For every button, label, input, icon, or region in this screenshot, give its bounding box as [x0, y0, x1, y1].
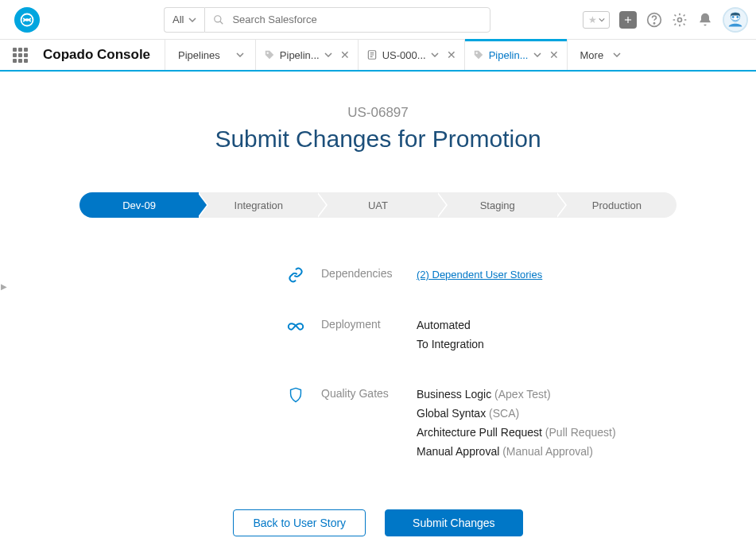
chevron-down-icon	[533, 52, 541, 57]
global-create-button[interactable]	[619, 11, 637, 29]
chevron-down-icon	[236, 52, 244, 57]
quality-gate-item: Architecture Pull Request (Pull Request)	[417, 424, 616, 443]
tab-overflow-more[interactable]: More	[567, 40, 634, 70]
tab-label: Pipelin...	[489, 49, 529, 61]
detail-quality-gates: Quality Gates Business Logic (Apex Test)…	[286, 385, 708, 461]
avatar-icon	[724, 9, 746, 31]
detail-deployment: Deployment Automated To Integration	[286, 316, 708, 354]
tab-bar: Copado Console Pipelines Pipelin... ✕ US…	[0, 40, 756, 72]
main-content: US-06897 Submit Changes for Promotion De…	[0, 73, 756, 538]
chevron-down-icon	[613, 52, 621, 57]
user-avatar[interactable]	[723, 7, 748, 33]
plus-icon	[622, 14, 634, 25]
quality-gate-item: Manual Approval (Manual Approval)	[417, 443, 616, 462]
detail-dependencies: Dependencies (2) Dependent User Stories	[286, 265, 708, 284]
svg-point-4	[678, 17, 682, 21]
path-step-integration[interactable]: Integration	[199, 192, 318, 218]
close-icon[interactable]: ✕	[447, 48, 456, 61]
svg-point-7	[732, 16, 735, 18]
workspace-tab[interactable]: US-000... ✕	[358, 40, 464, 70]
tag-icon	[264, 49, 275, 60]
tag-icon	[473, 49, 484, 60]
quality-gates-label: Quality Gates	[321, 385, 401, 400]
path-step-staging[interactable]: Staging	[438, 192, 557, 218]
path-step-uat[interactable]: UAT	[318, 192, 437, 218]
dependencies-link[interactable]: (2) Dependent User Stories	[417, 269, 542, 281]
path-step-production[interactable]: Production	[557, 192, 677, 218]
nav-item-pipelines[interactable]: Pipelines	[165, 40, 255, 70]
search-scope-select[interactable]: All	[164, 7, 204, 33]
close-icon[interactable]: ✕	[549, 48, 559, 61]
app-name-label: Copado Console	[40, 40, 165, 70]
app-launcher[interactable]	[0, 40, 40, 70]
search-input[interactable]	[232, 14, 482, 25]
search-icon	[213, 14, 224, 25]
question-icon	[646, 12, 662, 28]
quality-gate-item: Business Logic (Apex Test)	[417, 385, 616, 404]
deployment-label: Deployment	[321, 316, 401, 331]
star-icon: ★	[588, 14, 597, 25]
gear-icon	[672, 12, 688, 28]
svg-point-9	[266, 52, 268, 54]
global-search[interactable]	[204, 7, 490, 33]
search-scope-label: All	[173, 14, 184, 25]
nav-item-label: Pipelines	[178, 49, 220, 61]
svg-point-8	[736, 16, 739, 18]
workspace-tab[interactable]: Pipelin... ✕	[255, 40, 358, 70]
svg-point-11	[475, 52, 477, 54]
deployment-type: Automated	[417, 316, 484, 335]
bell-icon	[697, 12, 713, 28]
dependencies-label: Dependencies	[321, 265, 401, 280]
record-icon	[366, 49, 378, 60]
quality-gate-item: Global Syntax (SCA)	[417, 404, 616, 424]
app-logo	[14, 7, 40, 33]
favorites-button[interactable]: ★	[583, 11, 610, 29]
link-icon	[288, 267, 304, 283]
more-label: More	[580, 49, 604, 61]
close-icon[interactable]: ✕	[340, 48, 350, 61]
tab-label: Pipelin...	[280, 49, 320, 61]
tab-label: US-000...	[382, 49, 426, 61]
page-title: Submit Changes for Promotion	[48, 126, 708, 153]
workspace-tab-active[interactable]: Pipelin... ✕	[464, 40, 567, 70]
record-id: US-06897	[48, 105, 708, 121]
promotion-path: Dev-09 Integration UAT Staging Productio…	[79, 192, 677, 218]
waffle-icon	[13, 48, 28, 63]
setup-button[interactable]	[672, 12, 688, 28]
chevron-down-icon	[599, 17, 605, 22]
chevron-down-icon	[188, 17, 196, 22]
svg-point-3	[653, 22, 654, 23]
infinity-icon	[287, 318, 304, 335]
chevron-down-icon	[324, 52, 332, 57]
svg-point-1	[215, 15, 221, 21]
shield-icon	[289, 387, 303, 403]
submit-changes-button[interactable]: Submit Changes	[385, 509, 523, 536]
global-header: All ★	[0, 0, 756, 40]
deployment-target: To Integration	[417, 335, 484, 354]
help-button[interactable]	[646, 12, 662, 28]
path-step-dev[interactable]: Dev-09	[79, 192, 199, 218]
back-to-user-story-button[interactable]: Back to User Story	[233, 509, 366, 536]
chevron-down-icon	[431, 52, 439, 57]
notifications-button[interactable]	[697, 12, 713, 28]
